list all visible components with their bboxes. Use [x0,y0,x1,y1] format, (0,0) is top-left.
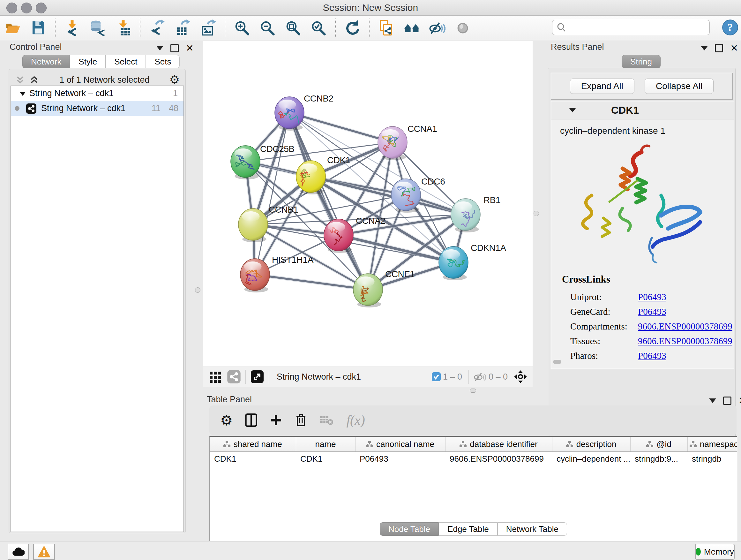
left-splitter-handle[interactable] [195,287,200,293]
node-details-card: CDK1 cyclin–dependent kinase 1 CrossLink… [551,101,734,369]
import-database-icon[interactable] [89,19,106,36]
save-session-icon[interactable] [30,19,47,36]
column-header-namespace[interactable]: namespace [687,437,737,452]
tab-style[interactable]: Style [70,55,106,68]
node-CDC6[interactable] [391,179,421,212]
control-panel-close-icon[interactable]: ✕ [186,45,194,51]
expand-all-networks-icon[interactable] [29,74,40,85]
table-panel: Table Panel ✕ ⚙ f(x) [204,393,741,540]
node-CDK1[interactable] [296,161,326,194]
tab-sets[interactable]: Sets [146,55,180,68]
table-settings-gear-icon[interactable]: ⚙ [220,412,232,428]
table-panel-float-icon[interactable] [723,396,731,405]
show-columns-icon[interactable] [245,413,258,427]
control-panel-menu-icon[interactable] [156,46,163,51]
column-header-shared-name[interactable]: shared name [210,437,296,452]
crosslink-link[interactable]: 9606.ENSP00000378699 [638,334,732,348]
results-panel-close-icon[interactable]: ✕ [730,45,738,51]
hidden-eye-icon[interactable] [473,370,487,383]
warnings-button[interactable] [33,544,55,560]
expand-all-button[interactable]: Expand All [570,78,634,94]
table-panel-close-icon[interactable]: ✕ [738,397,741,404]
export-table-icon[interactable] [174,19,191,36]
pan-mode-icon[interactable] [513,369,528,384]
add-column-icon[interactable] [270,414,282,427]
zoom-out-icon[interactable] [259,19,276,36]
refresh-icon[interactable] [344,19,360,36]
collection-expander-icon[interactable] [18,89,27,98]
memory-button[interactable]: Memory [695,544,735,560]
network-collection-row[interactable]: String Network – cdk1 1 [11,86,184,101]
cloud-button[interactable] [8,544,29,560]
zoom-in-icon[interactable] [233,19,250,36]
node-CDKN1A[interactable] [439,246,468,280]
network-row-selected[interactable]: String Network – cdk1 11 48 [11,101,184,116]
node-details-collapse-icon[interactable] [569,108,576,112]
table-cell[interactable]: CDK1 [296,452,355,466]
node-CDC25B[interactable] [231,145,260,179]
detach-view-icon[interactable] [250,370,264,384]
column-header-@id[interactable]: @id [630,437,687,452]
node-CCNA1[interactable] [378,126,407,160]
import-table-icon[interactable] [115,19,131,36]
crosslink-link[interactable]: P06493 [638,290,666,304]
node-RB1[interactable] [451,199,480,233]
network-options-gear-icon[interactable]: ⚙ [170,73,180,86]
zoom-fit-icon[interactable] [285,19,301,36]
table-cell[interactable]: stringdb:9... [630,452,687,466]
zoom-selected-icon[interactable] [310,19,327,36]
results-panel-float-icon[interactable] [715,44,723,52]
table-cell[interactable]: 9606.ENSP00000378699 [445,452,552,466]
crosslink-link[interactable]: 9606.ENSP00000378699 [638,319,732,334]
selected-checkbox-icon[interactable] [431,372,441,381]
node-HIST1H1A[interactable] [240,259,270,293]
home-icon[interactable] [403,19,420,36]
control-panel-float-icon[interactable] [171,44,179,52]
node-CCNB1[interactable] [239,208,268,242]
grid-view-icon[interactable] [208,370,222,384]
right-splitter-handle[interactable] [534,211,539,216]
crosslink-link[interactable]: P06493 [638,304,666,319]
network-view-toolbar: String Network – cdk1 1 – 0 0 – 0 [203,367,533,387]
network-canvas[interactable]: CCNB2CCNA1CDC25BCDK1CDC6RB1CCNB1CCNA2CDK… [203,41,533,367]
export-network-icon[interactable] [149,19,165,36]
table-cell[interactable]: P06493 [355,452,445,466]
crosslink-row: Uniprot:P06493 [562,290,732,304]
network-view-icon[interactable] [227,370,241,384]
table-cell[interactable]: cyclin–dependent ... [552,452,630,466]
edge-HIST1H1A-CCNE1[interactable] [255,274,368,290]
edge-CCNB2-CCNA1[interactable] [289,113,393,142]
show-graphics-icon[interactable] [455,19,471,36]
node-details-header[interactable]: CDK1 [551,101,734,119]
results-scrollbar-thumb[interactable] [553,360,561,364]
node-CCNE1[interactable] [353,273,383,307]
hide-unhide-icon[interactable] [429,19,446,36]
clone-network-icon[interactable] [378,19,394,36]
tab-edge-table[interactable]: Edge Table [439,522,497,536]
crosslink-link[interactable]: P06493 [638,348,666,363]
tab-select[interactable]: Select [106,55,146,68]
bottom-splitter-handle[interactable] [470,388,476,393]
open-session-icon[interactable] [4,19,21,36]
export-image-icon[interactable] [200,19,216,36]
table-panel-menu-icon[interactable] [709,398,716,403]
collapse-all-button[interactable]: Collapse All [645,78,714,94]
function-builder-icon: f(x) [346,413,365,428]
column-header-name[interactable]: name [296,437,355,452]
import-network-icon[interactable] [64,19,80,36]
table-row[interactable]: CDK1CDK1P064939606.ENSP00000378699cyclin… [210,452,737,466]
column-header-canonical-name[interactable]: canonical name [355,437,445,452]
tab-node-table[interactable]: Node Table [380,522,439,536]
search-input[interactable] [568,22,710,33]
tab-network[interactable]: Network [22,55,70,68]
tab-string[interactable]: String [622,55,661,68]
table-cell[interactable]: CDK1 [210,452,296,466]
table-cell[interactable]: stringdb [687,452,737,466]
column-header-description[interactable]: description [552,437,630,452]
tab-network-table[interactable]: Network Table [497,522,567,536]
collapse-all-networks-icon[interactable] [15,74,25,85]
delete-column-icon[interactable] [294,413,307,427]
help-button[interactable]: ? [722,19,738,36]
results-panel-menu-icon[interactable] [701,46,708,51]
column-header-database-identifier[interactable]: database identifier [445,437,552,452]
